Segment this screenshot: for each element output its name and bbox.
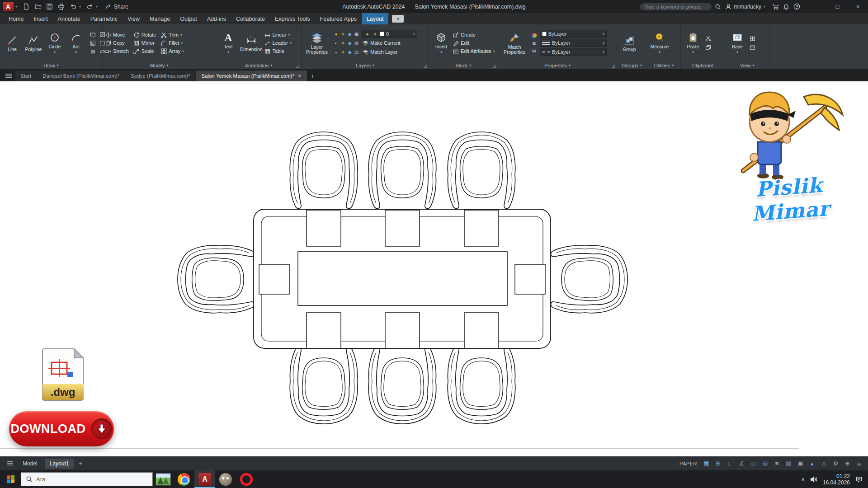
layer-isolate-icon[interactable]: ◐	[333, 40, 339, 46]
volume-icon[interactable]	[810, 476, 817, 483]
layers-dialog-launcher-icon[interactable]: ◿	[424, 64, 427, 68]
chrome-icon[interactable]	[174, 470, 194, 488]
close-button[interactable]: ×	[848, 0, 868, 13]
taskbar-search[interactable]	[21, 472, 153, 486]
signed-in-user[interactable]: mimarlucky ▾	[725, 4, 768, 10]
redo-caret-icon[interactable]: ▾	[96, 5, 100, 9]
polar-tracking-icon[interactable]: ∠	[737, 459, 746, 468]
insert-block-tool[interactable]: Insert ▾	[431, 30, 451, 56]
linear-dimension-tool[interactable]: Linear▾	[264, 32, 292, 38]
panel-title-modify[interactable]: Modify▾	[103, 61, 216, 69]
base-view-tool[interactable]: Base ▾	[727, 30, 747, 56]
taskbar-search-input[interactable]	[36, 476, 136, 483]
selection-cycling-icon[interactable]: ▣	[796, 459, 805, 468]
region-tool-icon[interactable]	[89, 48, 96, 55]
keyword-search-input[interactable]	[640, 3, 712, 11]
save-button[interactable]	[44, 2, 55, 12]
plot-button[interactable]	[56, 2, 67, 12]
layer-unlock-icon[interactable]: ▥	[354, 40, 359, 46]
cut-icon[interactable]	[704, 35, 712, 42]
minimize-button[interactable]: –	[807, 0, 827, 13]
layer-lock-icon[interactable]: ▣	[354, 31, 359, 37]
panel-title-properties[interactable]: Properties▾◿	[498, 61, 617, 69]
panel-title-annotation[interactable]: Annotation▾◿	[216, 61, 301, 69]
annotation-visibility-icon[interactable]: ▴	[808, 459, 816, 468]
line-tool[interactable]: Line	[2, 33, 22, 53]
arc-tool[interactable]: Arc ▾	[66, 30, 86, 56]
panel-title-groups[interactable]: Groups▾	[617, 61, 647, 69]
layer-dropdown[interactable]: ● ☀ 0 ▾	[362, 30, 417, 38]
copy-clip-icon[interactable]	[704, 44, 712, 51]
polyline-tool[interactable]: Polyline	[24, 33, 43, 53]
file-tab-sedye[interactable]: Sedye (PislikMimar.com)*	[125, 70, 195, 81]
search-icon[interactable]	[715, 4, 721, 10]
ribbon-tab-annotate[interactable]: Annotate	[53, 13, 85, 24]
ribbon-tab-home[interactable]: Home	[4, 13, 28, 24]
paste-tool[interactable]: Paste ▾	[683, 30, 703, 56]
edit-block-tool[interactable]: Edit	[453, 40, 495, 46]
file-tab-salon-yemek-masasi[interactable]: Salon Yemek Masası (PislikMimar.com)* ✕	[196, 70, 307, 81]
named-views-icon[interactable]	[749, 44, 756, 51]
panel-title-view[interactable]: View▾	[725, 61, 769, 69]
block-dialog-launcher-icon[interactable]: ◿	[493, 64, 496, 68]
linetype-dropdown[interactable]: ByLayer ▾	[540, 48, 607, 56]
object-color-dropdown[interactable]: ByLayer ▾	[540, 30, 607, 38]
copy-tool[interactable]: Copy	[105, 40, 129, 46]
paper-space-indicator[interactable]: PAPER	[679, 461, 697, 466]
autocad-app-icon[interactable]: A	[3, 2, 14, 11]
properties-dialog-launcher-icon[interactable]: ◿	[612, 64, 615, 68]
match-properties-button[interactable]: Match Properties	[500, 31, 528, 56]
app-store-cart-icon[interactable]	[772, 4, 779, 10]
measure-tool[interactable]: Measure ▾	[650, 30, 670, 56]
ribbon-tab-manage[interactable]: Manage	[145, 13, 175, 24]
ribbon-tab-express-tools[interactable]: Express Tools	[270, 13, 315, 24]
file-tab-dairesel-bank[interactable]: Dairesel Bank (PislikMimar.com)*	[37, 70, 125, 81]
ribbon-tab-layout[interactable]: Layout	[362, 13, 389, 24]
annotation-scale-icon[interactable]: △	[820, 459, 828, 468]
move-tool[interactable]: Move	[105, 32, 129, 38]
panel-title-utilities[interactable]: Utilities▾	[647, 61, 680, 69]
panel-title-layers[interactable]: Layers▾◿	[302, 61, 429, 69]
layer-merge-icon[interactable]: ◆	[347, 49, 353, 55]
lineweight-display-icon[interactable]: ≡	[773, 459, 781, 468]
create-block-tool[interactable]: Create	[453, 32, 495, 38]
layer-fade-icon[interactable]: ☀	[340, 49, 346, 55]
ribbon-tab-addins[interactable]: Add-ins	[202, 13, 231, 24]
leader-tool[interactable]: Leader▾	[264, 40, 292, 46]
stretch-tool[interactable]: Stretch	[105, 48, 129, 54]
array-tool[interactable]: Array▾	[160, 48, 184, 54]
layer-vpfreeze-icon[interactable]: ◆	[347, 40, 353, 46]
rectangle-tool-icon[interactable]	[89, 31, 96, 38]
snap-mode-icon[interactable]: ⊞	[714, 459, 722, 468]
layer-freeze-icon[interactable]: ◆	[347, 31, 353, 37]
ribbon-tab-collaborate[interactable]: Collaborate	[231, 13, 270, 24]
layer-off-icon[interactable]: ☀	[340, 40, 346, 46]
ribbon-tab-view[interactable]: View	[123, 13, 145, 24]
model-tab[interactable]: Model	[18, 459, 42, 469]
gradient-tool-icon[interactable]	[89, 39, 96, 47]
ortho-mode-icon[interactable]: ∟	[726, 459, 734, 468]
undo-caret-icon[interactable]: ▾	[79, 5, 84, 9]
panel-title-draw[interactable]: Draw▾	[0, 61, 102, 69]
layer-walk-icon[interactable]: ◒	[333, 49, 339, 55]
open-file-button[interactable]	[32, 2, 43, 12]
file-tabs-menu-icon[interactable]	[3, 70, 14, 81]
lineweight-dropdown[interactable]: ByLayer ▾	[540, 39, 607, 47]
ribbon-tab-parametric[interactable]: Parametric	[85, 13, 123, 24]
layer-properties-button[interactable]: Layer Properties	[304, 31, 330, 56]
tray-expand-icon[interactable]: ∧	[801, 476, 805, 482]
ribbon-tab-insert[interactable]: Insert	[28, 13, 52, 24]
workspace-switching-icon[interactable]: ⚙	[831, 459, 840, 468]
layer-thaw-icon[interactable]: ☀	[340, 31, 346, 37]
circle-tool[interactable]: Circle ▾	[45, 30, 65, 56]
ribbon-collapse-button[interactable]: ▾	[392, 15, 404, 23]
status-menu-icon[interactable]	[5, 461, 15, 466]
autocad-taskbar-icon[interactable]: A	[194, 470, 215, 488]
undo-button[interactable]	[67, 2, 79, 12]
list-linetype-icon[interactable]: ▤	[531, 47, 537, 53]
layer-delete-icon[interactable]: ▤	[354, 49, 359, 55]
customize-icon[interactable]: ≣	[855, 459, 863, 468]
drawing-canvas[interactable]: Pislik Mimar .dwg DOWNLOAD	[0, 81, 868, 456]
group-tool[interactable]: Group	[619, 33, 639, 53]
annotation-dialog-launcher-icon[interactable]: ◿	[296, 64, 299, 68]
